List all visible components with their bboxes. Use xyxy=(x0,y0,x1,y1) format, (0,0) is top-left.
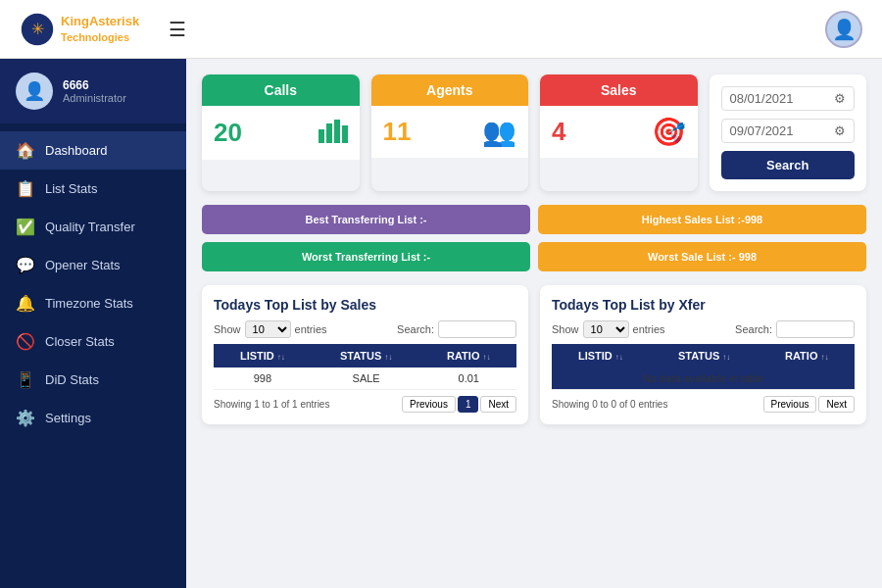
sidebar-item-timezonestats[interactable]: 🔔 Timezone Stats xyxy=(0,284,186,322)
sidebar-label-closerstats: Closer Stats xyxy=(45,334,115,349)
phone-icon: 📱 xyxy=(16,370,35,389)
check-icon: ✅ xyxy=(16,218,35,236)
best-transferring-button[interactable]: Best Transferring List :- xyxy=(202,205,530,234)
sidebar-item-liststats[interactable]: 📋 List Stats xyxy=(0,170,186,208)
action-buttons-section: Best Transferring List :- Highest Sales … xyxy=(202,205,866,271)
xfer-entries-control: Show 102550100 entries xyxy=(552,320,665,338)
sales-show-label: Show xyxy=(214,323,241,335)
svg-text:✳: ✳ xyxy=(31,20,44,37)
xfer-search-input[interactable] xyxy=(776,320,855,338)
user-id: 6666 xyxy=(63,78,126,92)
agents-group-icon: 👥 xyxy=(482,116,516,148)
xfer-entries-select[interactable]: 102550100 xyxy=(583,320,629,338)
top-list-by-xfer-card: Todays Top List by Xfer Show 102550100 e… xyxy=(540,285,866,424)
sales-entries-control: Show 102550100 entries xyxy=(214,320,327,338)
sidebar-item-dashboard[interactable]: 🏠 Dashboard xyxy=(0,131,186,170)
sales-page-1-button[interactable]: 1 xyxy=(458,396,479,413)
worst-transferring-button[interactable]: Worst Transferring List :- xyxy=(202,242,530,271)
sidebar-item-closerstats[interactable]: 🚫 Closer Stats xyxy=(0,322,186,361)
xfer-search-label: Search: xyxy=(735,323,772,335)
sidebar-item-settings[interactable]: ⚙️ Settings xyxy=(0,399,186,437)
to-date-icon: ⚙ xyxy=(834,123,846,138)
sales-table-footer: Showing 1 to 1 of 1 entries Previous 1 N… xyxy=(214,396,516,413)
sales-row-ratio: 0.01 xyxy=(421,368,516,390)
sales-header: Sales xyxy=(540,74,698,106)
sales-card: Sales 4 🎯 xyxy=(540,74,698,191)
sales-table: LISTID ↑↓ STATUS ↑↓ RATIO ↑↓ xyxy=(214,344,516,390)
logo-icon: ✳ xyxy=(20,12,55,47)
to-date-row: 09/07/2021 ⚙ xyxy=(721,119,856,143)
to-date-value[interactable]: 09/07/2021 xyxy=(730,123,794,138)
sales-entries-select[interactable]: 102550100 xyxy=(245,320,291,338)
sales-col-listid: LISTID ↑↓ xyxy=(214,344,312,368)
calls-chart-icon xyxy=(317,116,348,150)
sidebar-user-info: 6666 Administrator xyxy=(63,78,126,104)
calls-header: Calls xyxy=(202,74,360,106)
gear-icon: ⚙️ xyxy=(16,409,35,427)
sales-search-control: Search: xyxy=(397,320,516,338)
sidebar-user: 👤 6666 Administrator xyxy=(0,59,186,123)
sidebar-nav: 🏠 Dashboard 📋 List Stats ✅ Quality Trans… xyxy=(0,123,186,445)
top-list-by-xfer-title: Todays Top List by Xfer xyxy=(552,297,855,313)
home-icon: 🏠 xyxy=(16,141,35,160)
xfer-table-controls: Show 102550100 entries Search: xyxy=(552,320,855,338)
search-button[interactable]: Search xyxy=(721,151,856,179)
agents-header: Agents xyxy=(371,74,529,106)
sales-search-input[interactable] xyxy=(438,320,516,338)
sidebar: 👤 6666 Administrator 🏠 Dashboard 📋 List … xyxy=(0,59,186,588)
svg-rect-3 xyxy=(326,123,332,143)
action-buttons-grid: Best Transferring List :- Highest Sales … xyxy=(202,205,866,271)
sidebar-label-settings: Settings xyxy=(45,411,91,425)
sidebar-item-didstats[interactable]: 📱 DiD Stats xyxy=(0,361,186,399)
calls-card: Calls 20 xyxy=(202,74,360,191)
calls-body: 20 xyxy=(202,106,360,160)
xfer-col-ratio: RATIO ↑↓ xyxy=(760,344,855,368)
calls-value: 20 xyxy=(214,118,242,148)
worst-sale-button[interactable]: Worst Sale List :- 998 xyxy=(538,242,866,271)
sidebar-label-liststats: List Stats xyxy=(45,181,97,196)
chat-icon: 💬 xyxy=(16,256,35,274)
xfer-col-listid: LISTID ↑↓ xyxy=(552,344,650,368)
sidebar-label-timezonestats: Timezone Stats xyxy=(45,296,133,311)
sales-row-listid: 998 xyxy=(214,368,312,390)
stats-date-row: Calls 20 Agents 11 👥 xyxy=(202,74,866,191)
sidebar-label-didstats: DiD Stats xyxy=(45,372,99,387)
sidebar-item-openerstats[interactable]: 💬 Opener Stats xyxy=(0,246,186,284)
bell-icon: 🔔 xyxy=(16,294,35,313)
agents-card: Agents 11 👥 xyxy=(371,74,529,191)
sales-next-button[interactable]: Next xyxy=(480,396,516,413)
xfer-show-label: Show xyxy=(552,323,579,335)
highest-sales-button[interactable]: Highest Sales List :-998 xyxy=(538,205,866,234)
sidebar-avatar: 👤 xyxy=(16,73,53,110)
xfer-table-header: LISTID ↑↓ STATUS ↑↓ RATIO ↑↓ xyxy=(552,344,855,368)
sales-row-status: SALE xyxy=(312,368,421,390)
xfer-prev-button[interactable]: Previous xyxy=(763,396,817,413)
sales-col-ratio: RATIO ↑↓ xyxy=(421,344,516,368)
tables-section: Todays Top List by Sales Show 102550100 … xyxy=(202,285,866,424)
from-date-row: 08/01/2021 ⚙ xyxy=(721,86,856,111)
sidebar-item-qualitytransfer[interactable]: ✅ Quality Transfer xyxy=(0,208,186,246)
svg-rect-5 xyxy=(342,125,348,143)
xfer-pagination: Previous Next xyxy=(763,396,855,413)
user-role: Administrator xyxy=(63,92,126,104)
topnav-right: 👤 xyxy=(825,11,862,48)
svg-rect-4 xyxy=(334,120,340,143)
top-list-by-sales-card: Todays Top List by Sales Show 102550100 … xyxy=(202,285,528,424)
main-layout: 👤 6666 Administrator 🏠 Dashboard 📋 List … xyxy=(0,59,882,588)
xfer-no-data-message: No data available in table xyxy=(552,368,855,390)
sidebar-label-openerstats: Opener Stats xyxy=(45,258,121,272)
sales-entries-suffix: entries xyxy=(295,323,327,335)
svg-rect-2 xyxy=(318,129,324,143)
from-date-value[interactable]: 08/01/2021 xyxy=(730,91,794,106)
sales-prev-button[interactable]: Previous xyxy=(402,396,456,413)
xfer-next-button[interactable]: Next xyxy=(818,396,855,413)
xfer-search-control: Search: xyxy=(735,320,855,338)
hamburger-button[interactable]: ☰ xyxy=(169,18,186,41)
block-icon: 🚫 xyxy=(16,332,35,351)
logo: ✳ KingAsterisk Technologies xyxy=(20,12,139,47)
sales-table-controls: Show 102550100 entries Search: xyxy=(214,320,516,338)
agents-body: 11 👥 xyxy=(371,106,529,158)
agents-value: 11 xyxy=(383,117,412,147)
user-avatar[interactable]: 👤 xyxy=(825,11,862,48)
xfer-no-data-row: No data available in table xyxy=(552,368,855,390)
